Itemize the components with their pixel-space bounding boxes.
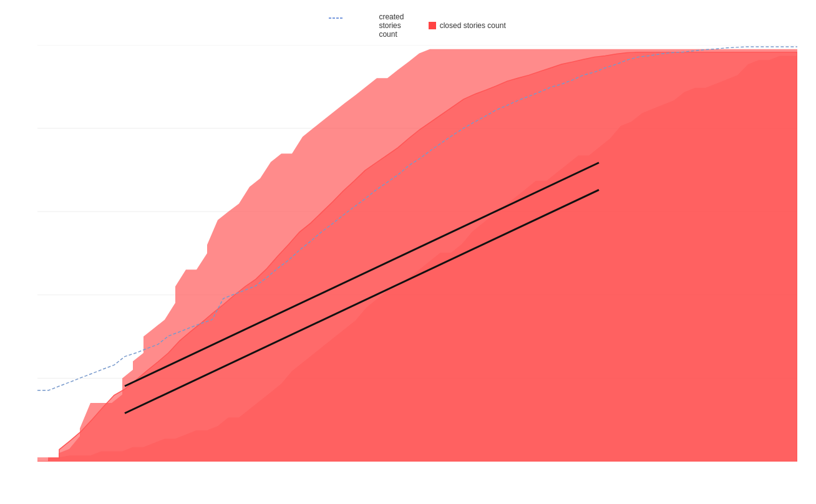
chart-container: created stories count closed stories cou… (0, 0, 816, 504)
main-chart: 100 75 50 25 0 17 Dec 20 Dec 22 Dec 26 D… (37, 45, 797, 462)
legend-created-label: created stories count (379, 12, 415, 39)
legend-closed-swatch (429, 22, 436, 29)
chart-legend: created stories count closed stories cou… (37, 12, 797, 39)
legend-created: created stories count (329, 12, 415, 39)
legend-closed: closed stories count (429, 21, 506, 30)
legend-closed-label: closed stories count (440, 21, 506, 30)
